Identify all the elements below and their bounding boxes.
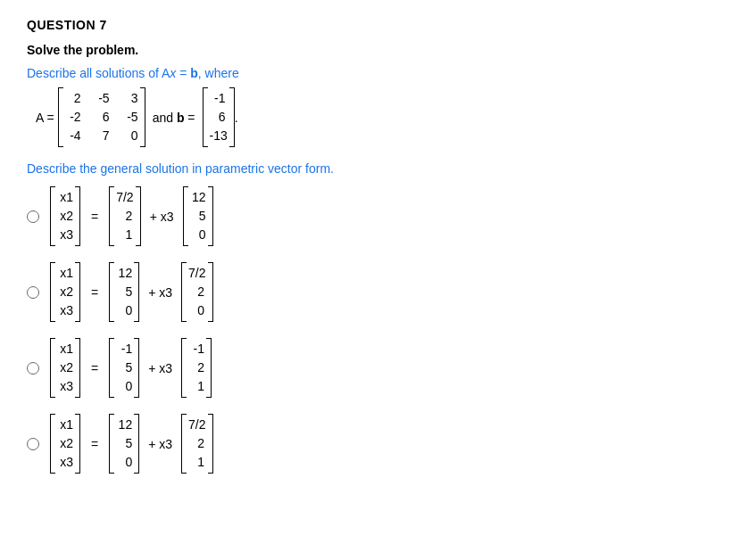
- option-1-expr: x1 x2 x3 = 7/2 2 1 + x3 12 5 0: [50, 186, 213, 246]
- opt1-v-vector: 12 5 0: [183, 186, 213, 246]
- opt4-plus-x3: + x3: [148, 437, 172, 451]
- option-2-row: x1 x2 x3 = 12 5 0 + x3 7/2 2 0: [27, 262, 729, 322]
- opt1-plus-x3: + x3: [150, 210, 174, 224]
- opt2-p-vector: 12 5 0: [109, 262, 139, 322]
- opt1-equals: =: [91, 210, 98, 224]
- question-title: QUESTION 7: [27, 18, 729, 32]
- and-text: and b =: [153, 111, 195, 125]
- radio-option-1[interactable]: [27, 210, 39, 223]
- opt4-v-vector: 7/2 2 1: [181, 414, 212, 474]
- instruction: Solve the problem.: [27, 43, 729, 57]
- opt3-p-vector: -1 5 0: [109, 338, 139, 398]
- opt2-v-vector: 7/2 2 0: [181, 262, 212, 322]
- general-solution-text: Describe the general solution in paramet…: [27, 161, 729, 176]
- cell-a-2-0: -4: [65, 127, 81, 145]
- radio-option-2[interactable]: [27, 286, 39, 299]
- option-4-row: x1 x2 x3 = 12 5 0 + x3 7/2 2 1: [27, 414, 729, 474]
- cell-a-1-2: -5: [122, 108, 138, 127]
- opt4-equals: =: [91, 437, 98, 451]
- cell-a-2-1: 7: [94, 127, 110, 145]
- radio-option-3[interactable]: [27, 362, 39, 375]
- opt4-p-vector: 12 5 0: [109, 414, 139, 474]
- opt1-x-vector: x1 x2 x3: [50, 186, 80, 246]
- opt3-v-vector: -1 2 1: [181, 338, 212, 398]
- opt1-p-vector: 7/2 2 1: [109, 186, 140, 246]
- cell-a-1-1: 6: [94, 108, 110, 127]
- description-text: Describe all solutions of Ax = b, where: [27, 66, 729, 80]
- matrix-a: 2 -5 3 -2 6 -5 -4 7 0: [58, 87, 145, 147]
- cell-a-2-2: 0: [122, 127, 138, 145]
- period: .: [235, 111, 238, 125]
- matrices-container: A = 2 -5 3 -2 6 -5 -4 7 0 and b = -1 6: [36, 87, 729, 147]
- opt3-equals: =: [91, 361, 98, 375]
- cell-a-1-0: -2: [65, 108, 81, 127]
- cell-a-0-0: 2: [65, 89, 81, 108]
- cell-a-0-1: -5: [94, 89, 110, 108]
- opt2-x-vector: x1 x2 x3: [50, 262, 80, 322]
- opt3-x-vector: x1 x2 x3: [50, 338, 80, 398]
- cell-b-0: -1: [210, 89, 226, 108]
- opt2-plus-x3: + x3: [148, 285, 172, 300]
- a-label: A =: [36, 111, 54, 125]
- cell-a-0-2: 3: [122, 89, 138, 108]
- option-1-row: x1 x2 x3 = 7/2 2 1 + x3 12 5 0: [27, 186, 729, 246]
- cell-b-2: -13: [210, 127, 228, 145]
- opt4-x-vector: x1 x2 x3: [50, 414, 80, 474]
- option-3-row: x1 x2 x3 = -1 5 0 + x3 -1 2 1: [27, 338, 729, 398]
- option-4-expr: x1 x2 x3 = 12 5 0 + x3 7/2 2 1: [50, 414, 213, 474]
- opt3-plus-x3: + x3: [148, 361, 172, 375]
- matrix-b: -1 6 -13: [203, 87, 235, 147]
- option-2-expr: x1 x2 x3 = 12 5 0 + x3 7/2 2 0: [50, 262, 213, 322]
- option-3-expr: x1 x2 x3 = -1 5 0 + x3 -1 2 1: [50, 338, 212, 398]
- cell-b-1: 6: [210, 108, 226, 127]
- options-container: x1 x2 x3 = 7/2 2 1 + x3 12 5 0: [27, 186, 729, 474]
- opt2-equals: =: [91, 285, 98, 300]
- radio-option-4[interactable]: [27, 438, 39, 450]
